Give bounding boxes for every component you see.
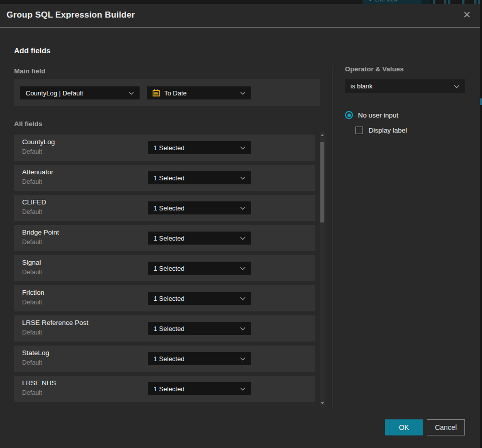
field-row-lrse-reference-post: LRSE Reference Post Default 1 Selected	[14, 315, 315, 342]
field-name: LRSE Reference Post	[22, 319, 88, 326]
scroll-down-icon[interactable]	[321, 402, 324, 404]
chevron-down-icon	[240, 325, 246, 330]
field-row-friction: Friction Default 1 Selected	[14, 285, 315, 311]
field-selection-value: 1 Selected	[154, 235, 184, 242]
field-row-clifed: CLIFED Default 1 Selected	[14, 195, 315, 221]
chevron-down-icon	[240, 265, 246, 270]
field-row-bridge-point: Bridge Point Default 1 Selected	[14, 225, 315, 251]
display-label-label: Display label	[369, 127, 407, 134]
add-fields-heading: Add fields	[14, 46, 51, 55]
chevron-down-icon	[240, 90, 246, 95]
field-selection-dropdown[interactable]: 1 Selected	[148, 171, 251, 184]
chevron-down-icon	[129, 90, 134, 95]
field-row-statelog: StateLog Default 1 Selected	[14, 346, 315, 372]
chevron-down-icon	[240, 235, 246, 240]
field-selection-dropdown[interactable]: 1 Selected	[148, 382, 251, 395]
chevron-down-icon	[240, 386, 246, 391]
radio-selected-icon	[345, 111, 353, 119]
background-toolbar-icon	[444, 0, 446, 4]
background-app-topbar: ● Live view	[0, 0, 482, 4]
field-name: StateLog	[22, 349, 49, 357]
field-name: Signal	[22, 259, 41, 266]
main-field-label: Main field	[14, 67, 45, 75]
field-name: Friction	[22, 289, 44, 296]
field-selection-dropdown[interactable]: 1 Selected	[148, 232, 251, 245]
live-view-button[interactable]: ● Live view	[363, 0, 422, 4]
main-field-panel: CountyLog | Default To Date	[14, 79, 320, 106]
close-icon[interactable]: ✕	[461, 9, 473, 21]
field-sublabel: Default	[22, 178, 42, 185]
scroll-up-icon[interactable]	[321, 134, 324, 136]
no-user-input-radio[interactable]: No user input	[345, 111, 398, 119]
display-label-checkbox[interactable]: Display label	[355, 127, 407, 134]
chevron-down-icon	[240, 205, 246, 210]
field-selection-dropdown[interactable]: 1 Selected	[148, 352, 251, 365]
field-selection-value: 1 Selected	[154, 295, 184, 302]
date-field-icon	[152, 89, 160, 97]
field-row-attenuator: Attenuator Default 1 Selected	[14, 165, 315, 191]
field-row-signal: Signal Default 1 Selected	[14, 255, 315, 281]
chevron-down-icon	[240, 356, 246, 361]
field-name: Attenuator	[22, 168, 53, 176]
field-sublabel: Default	[22, 148, 42, 155]
background-toolbar-icon	[474, 0, 476, 4]
field-name: CountyLog	[22, 138, 55, 146]
field-selection-dropdown[interactable]: 1 Selected	[148, 262, 251, 275]
checkbox-unchecked-icon	[355, 127, 363, 134]
field-sublabel: Default	[22, 359, 42, 366]
layer-select-value: CountyLog | Default	[26, 89, 83, 97]
layer-select[interactable]: CountyLog | Default	[20, 86, 140, 99]
cancel-button[interactable]: Cancel	[427, 419, 465, 435]
field-row-lrse-nhs: LRSE NHS Default 1 Selected	[14, 376, 315, 402]
field-selection-value: 1 Selected	[154, 385, 184, 393]
field-row-countylog: CountyLog Default 1 Selected	[14, 135, 315, 161]
background-toolbar-icon	[433, 0, 435, 4]
background-app-right-edge	[480, 0, 482, 448]
background-toolbar-icon	[448, 0, 450, 4]
field-selection-value: 1 Selected	[154, 174, 184, 182]
operator-select-value: is blank	[350, 82, 373, 90]
field-sublabel: Default	[22, 239, 42, 246]
field-selection-dropdown[interactable]: 1 Selected	[148, 322, 251, 335]
scrollbar-thumb[interactable]	[320, 142, 324, 222]
background-selected-item-sliver	[480, 98, 482, 105]
no-user-input-label: No user input	[358, 111, 398, 119]
field-selection-value: 1 Selected	[154, 204, 184, 212]
all-fields-label: All fields	[14, 120, 42, 128]
live-view-dot-icon: ●	[369, 0, 372, 2]
panel-divider	[332, 65, 332, 409]
background-toolbar-icon	[462, 0, 464, 4]
dialog-title: Group SQL Expression Builder	[7, 10, 135, 20]
field-selection-dropdown[interactable]: 1 Selected	[148, 292, 251, 305]
chevron-down-icon	[240, 145, 246, 150]
field-name: Bridge Point	[22, 229, 59, 236]
field-selection-value: 1 Selected	[154, 265, 184, 272]
fields-list-scrollbar[interactable]	[320, 132, 325, 407]
field-selection-value: 1 Selected	[154, 355, 184, 363]
field-name: CLIFED	[22, 198, 46, 206]
field-selection-dropdown[interactable]: 1 Selected	[148, 201, 251, 214]
operator-select[interactable]: is blank	[345, 79, 465, 93]
field-sublabel: Default	[22, 329, 42, 336]
dialog-titlebar: Group SQL Expression Builder ✕	[0, 4, 480, 28]
field-name: LRSE NHS	[22, 379, 56, 387]
background-toolbar-icon	[423, 0, 430, 4]
group-sql-expression-builder-dialog: Group SQL Expression Builder ✕ Add field…	[0, 4, 480, 448]
live-view-label: Live view	[375, 0, 398, 3]
ok-button[interactable]: OK	[385, 419, 423, 435]
field-sublabel: Default	[22, 299, 42, 306]
chevron-down-icon	[240, 295, 246, 300]
operator-values-label: Operator & Values	[345, 65, 404, 73]
field-selection-value: 1 Selected	[154, 144, 184, 152]
main-field-select-value: To Date	[164, 89, 187, 97]
field-sublabel: Default	[22, 208, 42, 215]
field-selection-dropdown[interactable]: 1 Selected	[148, 141, 251, 154]
main-field-select[interactable]: To Date	[147, 86, 251, 99]
field-selection-value: 1 Selected	[154, 325, 184, 332]
chevron-down-icon	[454, 83, 459, 88]
chevron-down-icon	[240, 175, 246, 180]
field-sublabel: Default	[22, 389, 42, 396]
field-sublabel: Default	[22, 269, 42, 276]
